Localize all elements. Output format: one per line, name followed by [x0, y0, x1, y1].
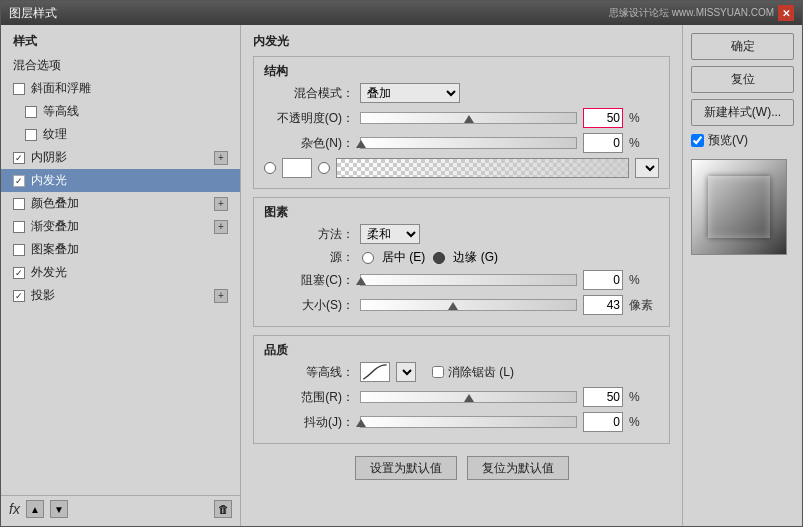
choke-row: 阻塞(C)： %: [264, 270, 659, 290]
contour-curve-svg: [361, 363, 389, 381]
bevel-checkbox[interactable]: [13, 83, 25, 95]
range-slider[interactable]: [360, 391, 577, 403]
pattern-overlay-checkbox[interactable]: [13, 244, 25, 256]
opacity-label: 不透明度(O)：: [264, 110, 354, 127]
layer-item-inner-glow[interactable]: 内发光: [1, 169, 240, 192]
pattern-overlay-label: 图案叠加: [31, 241, 228, 258]
new-style-button[interactable]: 新建样式(W)...: [691, 99, 794, 126]
jitter-thumb: [356, 419, 366, 427]
color-swatch[interactable]: [282, 158, 312, 178]
method-select[interactable]: 柔和 精确: [360, 224, 420, 244]
noise-unit: %: [629, 136, 659, 150]
preview-checkbox[interactable]: [691, 134, 704, 147]
noise-input[interactable]: [583, 133, 623, 153]
structure-section: 结构 混合模式： 叠加 正常 溶解 柔光 强光 不透明度(O)：: [253, 56, 670, 189]
jitter-input[interactable]: [583, 412, 623, 432]
drop-shadow-checkbox[interactable]: [13, 290, 25, 302]
gradient-overlay-label: 渐变叠加: [31, 218, 208, 235]
size-row: 大小(S)： 像素: [264, 295, 659, 315]
size-unit: 像素: [629, 297, 659, 314]
gradient-type-select[interactable]: ▼: [635, 158, 659, 178]
quality-section: 品质 等高线： ▼ 消除锯齿 (L): [253, 335, 670, 444]
title-bar-right: 思缘设计论坛 www.MISSYUAN.COM ✕: [609, 5, 794, 21]
layer-item-drop-shadow[interactable]: 投影 +: [1, 284, 240, 307]
size-input[interactable]: [583, 295, 623, 315]
method-label: 方法：: [264, 226, 354, 243]
contour-label: 等高线: [43, 103, 228, 120]
set-default-button[interactable]: 设置为默认值: [355, 456, 457, 480]
move-down-button[interactable]: ▼: [50, 500, 68, 518]
range-input[interactable]: [583, 387, 623, 407]
size-label: 大小(S)：: [264, 297, 354, 314]
range-thumb: [464, 394, 474, 402]
color-overlay-checkbox[interactable]: [13, 198, 25, 210]
source-label: 源：: [264, 249, 354, 266]
texture-checkbox[interactable]: [25, 129, 37, 141]
layer-item-color-overlay[interactable]: 颜色叠加 +: [1, 192, 240, 215]
choke-unit: %: [629, 273, 659, 287]
opacity-input[interactable]: [583, 108, 623, 128]
dialog-title: 图层样式: [9, 5, 57, 22]
contour-dropdown[interactable]: ▼: [396, 362, 416, 382]
layer-item-inner-shadow[interactable]: 内阴影 +: [1, 146, 240, 169]
delete-button[interactable]: 🗑: [214, 500, 232, 518]
jitter-label: 抖动(J)：: [264, 414, 354, 431]
main-section-title: 内发光: [253, 33, 670, 50]
contour-thumb[interactable]: [360, 362, 390, 382]
opacity-slider[interactable]: [360, 112, 577, 124]
dialog-body: 样式 混合选项 斜面和浮雕 等高线 纹理 内阴影: [1, 25, 802, 526]
layer-item-blend[interactable]: 混合选项: [1, 54, 240, 77]
preview-label: 预览(V): [708, 132, 748, 149]
antialias-group: 消除锯齿 (L): [432, 364, 514, 381]
outer-glow-checkbox[interactable]: [13, 267, 25, 279]
move-up-button[interactable]: ▲: [26, 500, 44, 518]
elements-label: 图素: [264, 204, 659, 221]
range-label: 范围(R)：: [264, 389, 354, 406]
antialias-label: 消除锯齿 (L): [448, 364, 514, 381]
gradient-overlay-checkbox[interactable]: [13, 221, 25, 233]
layer-item-outer-glow[interactable]: 外发光: [1, 261, 240, 284]
watermark-text: 思缘设计论坛 www.MISSYUAN.COM: [609, 6, 774, 20]
bevel-label: 斜面和浮雕: [31, 80, 228, 97]
opacity-row: 不透明度(O)： %: [264, 108, 659, 128]
gradient-swatch[interactable]: [336, 158, 629, 178]
jitter-row: 抖动(J)： %: [264, 412, 659, 432]
range-row: 范围(R)： %: [264, 387, 659, 407]
inner-glow-checkbox[interactable]: [13, 175, 25, 187]
layer-item-bevel[interactable]: 斜面和浮雕: [1, 77, 240, 100]
gradient-overlay-plus[interactable]: +: [214, 220, 228, 234]
noise-label: 杂色(N)：: [264, 135, 354, 152]
choke-input[interactable]: [583, 270, 623, 290]
inner-shadow-plus[interactable]: +: [214, 151, 228, 165]
opacity-unit: %: [629, 111, 659, 125]
jitter-slider[interactable]: [360, 416, 577, 428]
method-row: 方法： 柔和 精确: [264, 224, 659, 244]
layer-item-texture[interactable]: 纹理: [1, 123, 240, 146]
center-radio[interactable]: [362, 252, 374, 264]
reset-button[interactable]: 复位: [691, 66, 794, 93]
layer-item-pattern-overlay[interactable]: 图案叠加: [1, 238, 240, 261]
color-overlay-plus[interactable]: +: [214, 197, 228, 211]
edge-label: 边缘 (G): [453, 249, 498, 266]
size-thumb: [448, 302, 458, 310]
choke-slider[interactable]: [360, 274, 577, 286]
source-row: 源： 居中 (E) 边缘 (G): [264, 249, 659, 266]
layer-item-contour[interactable]: 等高线: [1, 100, 240, 123]
gradient-radio[interactable]: [318, 162, 330, 174]
blend-mode-select[interactable]: 叠加 正常 溶解 柔光 强光: [360, 83, 460, 103]
opacity-thumb: [464, 115, 474, 123]
edge-radio[interactable]: [433, 252, 445, 264]
contour-checkbox[interactable]: [25, 106, 37, 118]
close-button[interactable]: ✕: [778, 5, 794, 21]
outer-glow-label: 外发光: [31, 264, 228, 281]
layer-item-gradient-overlay[interactable]: 渐变叠加 +: [1, 215, 240, 238]
size-slider[interactable]: [360, 299, 577, 311]
noise-slider[interactable]: [360, 137, 577, 149]
drop-shadow-plus[interactable]: +: [214, 289, 228, 303]
inner-shadow-checkbox[interactable]: [13, 152, 25, 164]
color-radio[interactable]: [264, 162, 276, 174]
preview-check-row: 预览(V): [691, 132, 794, 149]
confirm-button[interactable]: 确定: [691, 33, 794, 60]
reset-default-button[interactable]: 复位为默认值: [467, 456, 569, 480]
antialias-checkbox[interactable]: [432, 366, 444, 378]
